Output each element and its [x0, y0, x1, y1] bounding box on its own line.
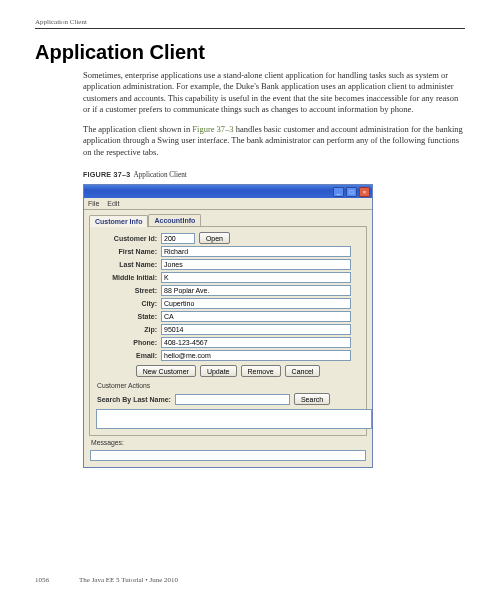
intro-paragraph-2: The application client shown in Figure 3… — [83, 124, 465, 158]
cancel-button[interactable]: Cancel — [285, 365, 321, 377]
input-customer-id[interactable] — [161, 233, 195, 244]
row-middle-initial: Middle Initial: — [95, 272, 361, 283]
maximize-icon[interactable]: □ — [346, 187, 357, 197]
row-first-name: First Name: — [95, 246, 361, 257]
customer-actions-label: Customer Actions — [97, 382, 361, 389]
page-number: 1056 — [35, 576, 49, 584]
results-listbox[interactable] — [96, 409, 372, 429]
figure-link[interactable]: Figure 37–3 — [192, 124, 233, 134]
input-search-last-name[interactable] — [175, 394, 290, 405]
para2-text-a: The application client shown in — [83, 124, 192, 134]
button-row: New Customer Update Remove Cancel — [95, 365, 361, 377]
messages-label: Messages: — [91, 439, 367, 446]
menu-file[interactable]: File — [88, 200, 99, 207]
label-email: Email: — [95, 352, 161, 359]
label-state: State: — [95, 313, 161, 320]
row-last-name: Last Name: — [95, 259, 361, 270]
input-city[interactable] — [161, 298, 351, 309]
label-last-name: Last Name: — [95, 261, 161, 268]
running-header: Application Client — [35, 18, 465, 29]
label-zip: Zip: — [95, 326, 161, 333]
tab-account-info[interactable]: AccountInfo — [148, 214, 201, 226]
label-first-name: First Name: — [95, 248, 161, 255]
tab-panel: Customer Id: Open First Name: Last Name:… — [89, 226, 367, 436]
figure-caption-text: Application Client — [134, 171, 187, 179]
row-city: City: — [95, 298, 361, 309]
row-customer-id: Customer Id: Open — [95, 232, 361, 244]
input-middle-initial[interactable] — [161, 272, 351, 283]
menubar: File Edit — [84, 198, 372, 210]
row-zip: Zip: — [95, 324, 361, 335]
input-zip[interactable] — [161, 324, 351, 335]
new-customer-button[interactable]: New Customer — [136, 365, 196, 377]
row-phone: Phone: — [95, 337, 361, 348]
book-title: The Java EE 5 Tutorial • June 2010 — [79, 576, 178, 584]
input-last-name[interactable] — [161, 259, 351, 270]
tab-customer-info[interactable]: Customer Info — [89, 215, 148, 227]
app-window: _ □ × File Edit Customer Info AccountInf… — [83, 184, 373, 468]
remove-button[interactable]: Remove — [241, 365, 281, 377]
open-button[interactable]: Open — [199, 232, 230, 244]
row-street: Street: — [95, 285, 361, 296]
minimize-icon[interactable]: _ — [333, 187, 344, 197]
figure-caption: FIGURE 37–3 Application Client — [83, 170, 465, 179]
page-footer: 1056 The Java EE 5 Tutorial • June 2010 — [35, 576, 465, 584]
label-street: Street: — [95, 287, 161, 294]
input-email[interactable] — [161, 350, 351, 361]
page-title: Application Client — [35, 41, 465, 64]
input-street[interactable] — [161, 285, 351, 296]
label-customer-id: Customer Id: — [95, 235, 161, 242]
input-state[interactable] — [161, 311, 351, 322]
search-button[interactable]: Search — [294, 393, 330, 405]
menu-edit[interactable]: Edit — [107, 200, 119, 207]
intro-paragraph-1: Sometimes, enterprise applications use a… — [83, 70, 465, 116]
row-email: Email: — [95, 350, 361, 361]
search-by-last-name-label: Search By Last Name: — [95, 396, 171, 403]
input-phone[interactable] — [161, 337, 351, 348]
window-content: Customer Info AccountInfo Customer Id: O… — [84, 210, 372, 467]
row-state: State: — [95, 311, 361, 322]
figure-label: FIGURE 37–3 — [83, 170, 130, 179]
input-first-name[interactable] — [161, 246, 351, 257]
search-row: Search By Last Name: Search — [95, 393, 361, 405]
label-phone: Phone: — [95, 339, 161, 346]
label-middle-initial: Middle Initial: — [95, 274, 161, 281]
update-button[interactable]: Update — [200, 365, 237, 377]
messages-field — [90, 450, 366, 461]
label-city: City: — [95, 300, 161, 307]
titlebar: _ □ × — [84, 185, 372, 198]
close-icon[interactable]: × — [359, 187, 370, 197]
tab-strip: Customer Info AccountInfo — [89, 214, 367, 226]
